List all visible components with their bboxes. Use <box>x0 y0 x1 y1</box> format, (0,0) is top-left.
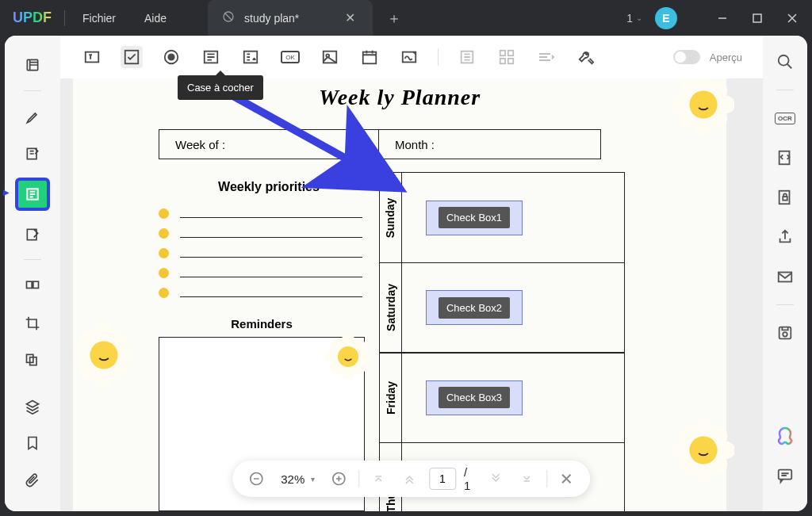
bookmark-icon[interactable] <box>18 430 47 457</box>
reader-mode-icon[interactable] <box>18 52 47 79</box>
form-tool-icon[interactable] <box>15 178 50 212</box>
text-field-tool-icon[interactable] <box>81 46 103 68</box>
button-tool-icon[interactable]: OK <box>279 46 301 68</box>
window-close-icon[interactable] <box>779 5 806 32</box>
svg-point-79 <box>783 332 787 337</box>
form-checkbox-3[interactable]: Check Box3 <box>426 380 523 415</box>
svg-rect-26 <box>508 59 513 63</box>
annotation-arrow <box>220 90 419 216</box>
order-tool-icon[interactable] <box>535 46 557 68</box>
protect-icon[interactable] <box>773 185 797 209</box>
window-minimize-icon[interactable] <box>709 5 736 32</box>
checkbox-tool-icon[interactable] <box>121 46 143 68</box>
form-toolbar: OK Aperçu <box>60 36 763 78</box>
compare-icon[interactable] <box>18 346 47 374</box>
svg-rect-10 <box>86 52 99 63</box>
tools-tool-icon[interactable] <box>575 46 597 68</box>
highlight-icon[interactable] <box>18 104 47 132</box>
svg-point-37 <box>707 101 709 104</box>
next-page-icon[interactable] <box>485 467 508 491</box>
svg-rect-21 <box>403 52 416 63</box>
svg-rect-7 <box>33 281 39 288</box>
save-icon[interactable] <box>773 321 797 345</box>
decoration-flower <box>73 324 135 389</box>
annotate-icon[interactable] <box>18 140 47 168</box>
decoration-flower <box>672 78 734 139</box>
radio-tool-icon[interactable] <box>160 46 182 68</box>
user-avatar[interactable]: E <box>655 7 677 29</box>
window-maximize-icon[interactable] <box>744 5 771 32</box>
ocr-icon[interactable]: OCR <box>773 106 797 130</box>
svg-point-48 <box>107 352 109 354</box>
main-area: ▶ OK <box>5 36 807 511</box>
comments-icon[interactable] <box>773 464 797 487</box>
svg-point-58 <box>344 354 346 356</box>
crop-icon[interactable] <box>18 309 47 337</box>
svg-rect-20 <box>363 52 377 64</box>
decoration-flower <box>672 419 734 484</box>
schedule-row-friday: Friday Check Box3 <box>379 352 625 443</box>
svg-rect-80 <box>779 470 792 480</box>
reminders-title: Reminders <box>159 317 365 331</box>
search-icon[interactable] <box>773 50 797 74</box>
svg-point-13 <box>168 54 174 59</box>
form-checkbox-2[interactable]: Check Box2 <box>426 290 523 325</box>
svg-point-70 <box>707 447 709 449</box>
distribute-tool-icon[interactable] <box>496 46 518 68</box>
menu-help[interactable]: Aide <box>133 12 178 25</box>
share-icon[interactable] <box>773 225 797 249</box>
tab-close-icon[interactable]: ✕ <box>342 10 358 25</box>
last-page-icon[interactable] <box>515 467 538 491</box>
svg-rect-6 <box>27 281 33 288</box>
document-tab[interactable]: study plan* ✕ <box>208 0 373 36</box>
tab-title: study plan* <box>244 12 299 25</box>
svg-point-36 <box>698 101 700 104</box>
form-checkbox-1[interactable]: Check Box1 <box>426 201 523 235</box>
first-page-icon[interactable] <box>367 467 390 491</box>
layers-icon[interactable] <box>18 393 47 421</box>
dropdown-tool-icon[interactable] <box>200 46 222 68</box>
new-tab-button[interactable]: ＋ <box>379 9 409 28</box>
right-sidebar: OCR <box>763 36 807 511</box>
attachment-icon[interactable] <box>18 467 47 495</box>
pager-close-icon[interactable] <box>555 467 578 491</box>
menu-file[interactable]: Fichier <box>71 12 127 25</box>
svg-rect-1 <box>753 14 761 22</box>
email-icon[interactable] <box>773 265 797 289</box>
sidebar-active-caret: ▶ <box>3 188 10 197</box>
svg-text:OK: OK <box>285 54 295 61</box>
day-label: Saturday <box>385 284 397 331</box>
page-counter[interactable]: 1⌄ <box>622 12 647 25</box>
preview-toggle[interactable] <box>673 50 700 64</box>
organize-pages-icon[interactable] <box>18 273 47 300</box>
zoom-in-icon[interactable] <box>327 467 350 491</box>
svg-point-35 <box>689 90 717 118</box>
svg-rect-23 <box>500 51 505 55</box>
svg-point-68 <box>689 436 717 464</box>
decoration-flower <box>325 334 371 383</box>
content-area: OK Aperçu Case à cocher Week ly Planner <box>60 36 763 511</box>
prev-page-icon[interactable] <box>398 467 421 491</box>
zoom-out-icon[interactable] <box>245 467 268 491</box>
image-tool-icon[interactable] <box>319 46 341 68</box>
assistant-logo-icon[interactable] <box>773 424 797 448</box>
convert-icon[interactable] <box>773 146 797 170</box>
listbox-tool-icon[interactable] <box>239 46 262 68</box>
title-bar: UPDF Fichier Aide study plan* ✕ ＋ 1⌄ E <box>0 0 812 36</box>
page-navigator: 32%▾ / 1 <box>232 461 590 497</box>
svg-point-46 <box>90 341 117 369</box>
schedule-row-saturday: Saturday Check Box2 <box>379 262 625 354</box>
svg-point-59 <box>350 354 352 356</box>
align-tool-icon[interactable] <box>456 46 478 68</box>
zoom-level[interactable]: 32%▾ <box>276 472 320 486</box>
svg-point-73 <box>779 55 789 66</box>
page-number-input[interactable] <box>429 468 456 490</box>
svg-rect-15 <box>244 52 258 63</box>
preview-label: Aperçu <box>710 52 742 63</box>
signature-tool-icon[interactable] <box>398 46 420 68</box>
edit-page-icon[interactable] <box>18 220 47 248</box>
svg-rect-24 <box>508 51 513 55</box>
left-sidebar: ▶ <box>5 36 60 511</box>
tab-doc-icon <box>222 10 235 26</box>
date-tool-icon[interactable] <box>358 46 381 68</box>
